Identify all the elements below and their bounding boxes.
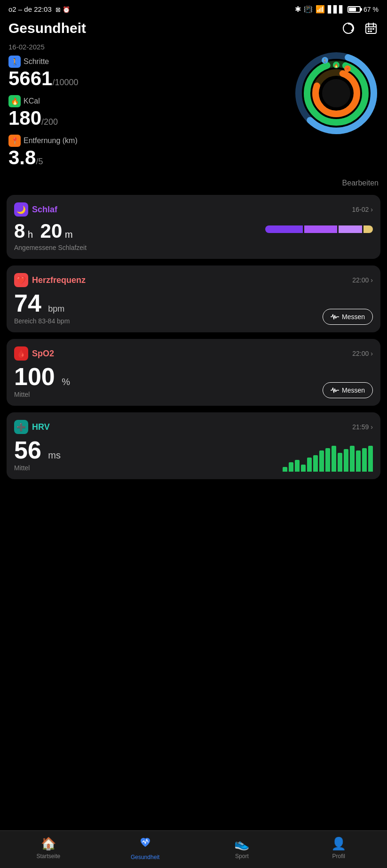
hrv-bar — [368, 446, 373, 472]
signal-icon: ▋▋▋ — [328, 5, 345, 14]
hrv-bar — [313, 455, 318, 472]
nav-sport-label: Sport — [235, 853, 249, 860]
activity-metrics: 🚶 Schritte 5661/10000 🔥 KCal 180/200 📍 E… — [8, 56, 294, 174]
spo2-value: 100 — [14, 363, 55, 390]
svg-text:🔥: 🔥 — [334, 63, 339, 68]
svg-point-0 — [343, 23, 354, 33]
distance-value: 3.8 — [8, 146, 36, 169]
herzfrequenz-icon: ❤️ — [14, 273, 28, 287]
bottom-nav: 🏠 Startseite Gesundheit 👟 Sport 👤 Profil — [0, 830, 387, 868]
hrv-bar — [283, 467, 287, 472]
hrv-time[interactable]: 21:59 › — [352, 423, 373, 431]
spo2-title: SpO2 — [32, 349, 54, 359]
status-right: ✱ 📳 📶 ▋▋▋ 67 % — [295, 5, 379, 14]
herzfrequenz-title: Herzfrequenz — [32, 275, 86, 285]
page-title: Gesundheit — [8, 20, 86, 36]
hrv-bar — [295, 460, 300, 472]
status-bar: o2 – de 22:03 ⊠ ⏰ ✱ 📳 📶 ▋▋▋ 67 % — [0, 0, 387, 16]
heart-range: Bereich 83-84 bpm — [14, 317, 70, 325]
hrv-value: 56 — [14, 436, 41, 464]
spo2-unit: % — [62, 377, 70, 387]
hrv-bar — [319, 450, 324, 472]
hrv-bar — [289, 462, 293, 472]
distance-target: /5 — [36, 157, 43, 166]
hrv-icon: ➕ — [14, 420, 28, 434]
steps-value: 5661 — [8, 67, 52, 89]
schlaf-icon: 🌙 — [14, 202, 28, 217]
refresh-button[interactable] — [341, 21, 356, 36]
spo2-label: Mittel — [14, 391, 70, 398]
svg-rect-7 — [370, 28, 372, 30]
sleep-minutes: 20 — [40, 220, 63, 242]
svg-point-17 — [322, 79, 350, 107]
hrv-unit: ms — [48, 450, 61, 460]
hrv-bar — [307, 458, 312, 472]
activity-section: 🚶 Schritte 5661/10000 🔥 KCal 180/200 📍 E… — [0, 56, 387, 179]
battery-percent: 67 % — [363, 6, 379, 13]
hrv-bar — [301, 465, 306, 472]
spo2-time[interactable]: 22:00 › — [352, 350, 373, 357]
svg-rect-8 — [372, 28, 374, 30]
nav-profil-label: Profil — [332, 853, 345, 860]
hrv-bar — [344, 449, 348, 472]
schlaf-title: Schlaf — [32, 205, 57, 215]
wifi-icon: 📶 — [316, 5, 325, 14]
sleep-hours: 8 — [14, 220, 25, 242]
herzfrequenz-card: ❤️ Herzfrequenz 22:00 › 74 bpm Bereich 8… — [7, 265, 380, 332]
home-icon: 🏠 — [41, 836, 56, 851]
svg-rect-10 — [370, 31, 372, 32]
kcal-label: KCal — [24, 97, 40, 105]
spo2-card: 🩸 SpO2 22:00 › 100 % Mittel Messen — [7, 339, 380, 406]
spo2-measure-button[interactable]: Messen — [323, 382, 373, 398]
hrv-bar — [338, 453, 342, 472]
nav-sport[interactable]: 👟 Sport — [194, 836, 291, 860]
distance-metric: 📍 Entfernung (km) 3.8/5 — [8, 135, 294, 168]
hrv-bar — [350, 446, 355, 472]
schlaf-card: 🌙 Schlaf 16-02 › 8 h 20 m Angemessene Sc… — [7, 195, 380, 259]
hrv-bar — [325, 448, 330, 472]
person-icon: 👤 — [331, 836, 346, 851]
hrv-bar — [356, 450, 361, 472]
heart-unit: bpm — [48, 304, 64, 313]
hrv-card: ➕ HRV 21:59 › 56 ms Mittel — [7, 412, 380, 479]
hrv-label: Mittel — [14, 464, 61, 472]
battery-icon — [348, 6, 361, 13]
spo2-icon: 🩸 — [14, 346, 28, 361]
hrv-title: HRV — [32, 422, 50, 432]
header-actions — [341, 21, 379, 36]
health-icon — [139, 836, 152, 852]
kcal-metric: 🔥 KCal 180/200 — [8, 95, 294, 128]
schlaf-time[interactable]: 16-02 › — [352, 206, 373, 213]
herzfrequenz-measure-button[interactable]: Messen — [323, 309, 373, 325]
steps-target: /10000 — [52, 78, 78, 87]
activity-ring-chart: 🚶 🔥 📍 — [294, 51, 379, 136]
steps-metric: 🚶 Schritte 5661/10000 — [8, 56, 294, 88]
distance-label: Entfernung (km) — [24, 137, 78, 145]
sport-icon: 👟 — [234, 836, 249, 851]
edit-button[interactable]: Bearbeiten — [0, 179, 387, 195]
nav-startseite[interactable]: 🏠 Startseite — [0, 836, 97, 860]
heart-value: 74 — [14, 289, 41, 317]
svg-rect-6 — [368, 28, 370, 30]
svg-rect-9 — [368, 31, 370, 32]
steps-label: Schritte — [24, 57, 49, 66]
carrier-time: o2 – de 22:03 ⊠ ⏰ — [8, 5, 70, 13]
kcal-target: /200 — [41, 117, 58, 127]
nav-gesundheit[interactable]: Gesundheit — [97, 836, 194, 860]
header: Gesundheit — [0, 16, 387, 41]
calendar-button[interactable] — [363, 21, 379, 36]
kcal-value: 180 — [8, 107, 41, 129]
sleep-label: Angemessene Schlafzeit — [14, 244, 87, 251]
svg-text:📍: 📍 — [345, 67, 350, 72]
hrv-chart — [283, 443, 373, 472]
svg-text:🚶: 🚶 — [323, 58, 327, 63]
hrv-bar — [362, 448, 367, 472]
nav-profil[interactable]: 👤 Profil — [290, 836, 387, 860]
kcal-icon: 🔥 — [8, 95, 21, 107]
vibrate-icon: 📳 — [304, 5, 313, 14]
distance-icon: 📍 — [8, 135, 21, 147]
steps-icon: 🚶 — [8, 56, 21, 68]
bluetooth-icon: ✱ — [295, 5, 301, 14]
nav-gesundheit-label: Gesundheit — [131, 854, 159, 860]
herzfrequenz-time[interactable]: 22:00 › — [352, 276, 373, 284]
